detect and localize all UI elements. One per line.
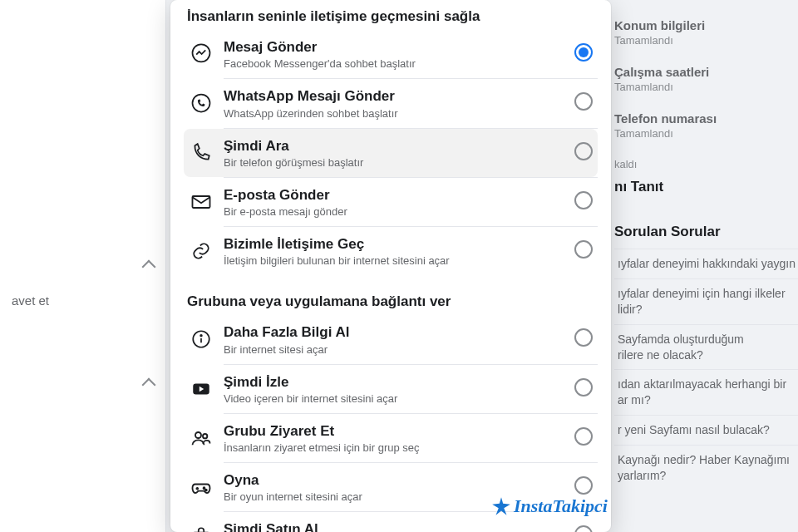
option-desc: Facebook Messenger'da sohbet başlatır — [224, 57, 568, 70]
option-title: Şimdi Satın Al — [224, 520, 568, 532]
info-title: Telefon numarası — [614, 111, 798, 126]
cta-dialog: İnsanların seninle iletişime geçmesini s… — [170, 0, 611, 532]
option-visit-group[interactable]: Grubu Ziyaret Et İnsanların ziyaret etme… — [184, 414, 598, 462]
radio-unselected[interactable] — [574, 92, 593, 111]
option-whatsapp[interactable]: WhatsApp Mesajı Gönder WhatsApp üzerinde… — [184, 79, 598, 127]
svg-rect-2 — [193, 196, 210, 208]
remaining-label: kaldı — [611, 158, 798, 170]
background-right-panel: Konum bilgileri Tamamlandı Çalışma saatl… — [611, 0, 798, 532]
messenger-icon — [187, 40, 215, 68]
option-play-game[interactable]: Oyna Bir oyun internet sitesini açar — [184, 463, 598, 511]
radio-unselected[interactable] — [574, 328, 593, 347]
option-buy-now[interactable]: Şimdi Satın Al İnsanların ürünlerini sat… — [184, 512, 598, 532]
radio-unselected[interactable] — [574, 240, 593, 259]
left-nav-item — [0, 249, 165, 283]
option-title: Bizimle İletişime Geç — [224, 235, 568, 253]
info-status: Tamamlandı — [614, 127, 798, 140]
svg-point-12 — [205, 490, 207, 491]
faq-item[interactable]: Sayfamda oluşturduğum rilere ne olacak? — [614, 324, 798, 370]
info-icon — [187, 325, 215, 353]
radio-unselected[interactable] — [574, 525, 593, 532]
faq-item[interactable]: r yeni Sayfamı nasıl bulacak? — [614, 415, 798, 445]
play-icon — [187, 375, 215, 403]
faq-item[interactable]: ıdan aktarılmayacak herhangi bir ar mı? — [614, 369, 798, 415]
option-title: Şimdi Ara — [224, 137, 568, 155]
faq-item[interactable]: ıyfalar deneyimi hakkındaki yaygın — [614, 249, 798, 278]
option-learn-more[interactable]: Daha Fazla Bilgi Al Bir internet sitesi … — [184, 315, 598, 363]
option-desc: Bir e-posta mesajı gönder — [224, 205, 568, 218]
option-title: Şimdi İzle — [224, 373, 568, 391]
group-icon — [187, 424, 215, 452]
info-block: Konum bilgileri Tamamlandı — [611, 18, 798, 47]
info-status: Tamamlandı — [614, 81, 798, 93]
shopping-bag-icon — [187, 522, 215, 532]
option-title: Oyna — [224, 471, 568, 489]
radio-selected[interactable] — [574, 43, 593, 62]
option-title: Daha Fazla Bilgi Al — [224, 323, 568, 341]
promote-heading: nı Tanıt — [611, 179, 798, 195]
info-block: Çalışma saatleri Tamamlandı — [611, 65, 798, 93]
left-nav-item — [0, 367, 165, 401]
option-desc: İletişim bilgileri bulunan bir internet … — [224, 254, 568, 267]
faq-item[interactable]: Kaynağı nedir? Haber Kaynağımı yarlarım? — [614, 445, 798, 490]
left-nav-label: avet et — [12, 293, 49, 308]
option-title: Grubu Ziyaret Et — [224, 422, 568, 440]
option-desc: WhatsApp üzerinden sohbet başlatır — [224, 107, 568, 120]
radio-unselected[interactable] — [574, 427, 593, 446]
option-email[interactable]: E-posta Gönder Bir e-posta mesajı gönder — [184, 178, 598, 226]
option-title: Mesaj Gönder — [224, 38, 568, 56]
radio-unselected[interactable] — [574, 476, 593, 495]
whatsapp-icon — [187, 89, 215, 117]
option-desc: Bir telefon görüşmesi başlatır — [224, 156, 568, 169]
background-left-nav: avet et — [0, 0, 166, 532]
section-heading-contact: İnsanların seninle iletişime geçmesini s… — [184, 0, 598, 30]
phone-icon — [187, 139, 215, 167]
info-title: Konum bilgileri — [614, 18, 798, 32]
info-title: Çalışma saatleri — [614, 65, 798, 79]
email-icon — [187, 188, 215, 216]
chevron-up-icon — [142, 259, 156, 273]
dialog-scroll-area[interactable]: İnsanların seninle iletişime geçmesini s… — [170, 0, 611, 532]
faq-heading: Sorulan Sorular — [611, 224, 798, 240]
option-desc: Bir internet sitesi açar — [224, 343, 568, 356]
svg-point-1 — [193, 95, 210, 112]
radio-unselected[interactable] — [574, 378, 593, 397]
svg-point-7 — [195, 432, 201, 438]
section-heading-link: Grubuna veya uygulamana bağlantı ver — [184, 285, 598, 315]
option-title: WhatsApp Mesajı Gönder — [224, 87, 568, 105]
chevron-up-icon — [142, 377, 156, 392]
option-call-now[interactable]: Şimdi Ara Bir telefon görüşmesi başlatır — [184, 129, 598, 177]
option-contact-us[interactable]: Bizimle İletişime Geç İletişim bilgileri… — [184, 227, 598, 275]
option-watch-now[interactable]: Şimdi İzle Video içeren bir internet sit… — [184, 365, 598, 413]
option-messenger[interactable]: Mesaj Gönder Facebook Messenger'da sohbe… — [184, 30, 598, 78]
svg-point-11 — [204, 487, 205, 489]
option-desc: Video içeren bir internet sitesini açar — [224, 392, 568, 405]
option-desc: İnsanların ziyaret etmesi için bir grup … — [224, 441, 568, 454]
svg-point-8 — [203, 434, 207, 438]
faq-item[interactable]: ıyfalar deneyimi için hangi ilkeler lidi… — [614, 278, 798, 324]
info-block: Telefon numarası Tamamlandı — [611, 111, 798, 140]
link-icon — [187, 237, 215, 265]
radio-unselected[interactable] — [574, 142, 593, 160]
svg-point-5 — [200, 335, 202, 337]
left-nav-item-invite[interactable]: avet et — [0, 283, 165, 318]
game-icon — [187, 473, 215, 501]
option-desc: Bir oyun internet sitesini açar — [224, 490, 568, 503]
radio-unselected[interactable] — [574, 191, 593, 209]
info-status: Tamamlandı — [614, 34, 798, 47]
option-title: E-posta Gönder — [224, 186, 568, 204]
